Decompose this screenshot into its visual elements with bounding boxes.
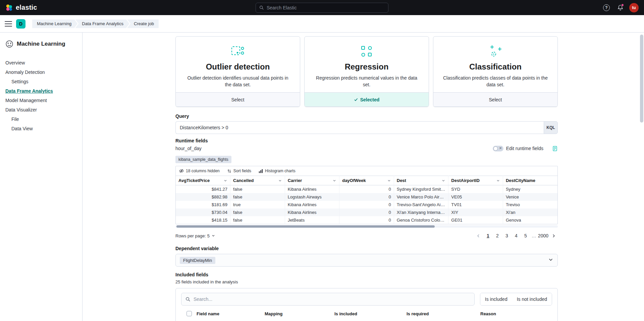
sidebar-header: Machine Learning xyxy=(0,37,82,51)
preview-table: AvgTicketPrice Cancelled Carrier xyxy=(176,176,557,224)
chevron-down-icon xyxy=(211,234,215,238)
sidebar-item-data-view[interactable]: Data View xyxy=(0,124,82,133)
column-header-dayofweek[interactable]: dayOfWeek xyxy=(339,176,394,185)
column-header-carrier[interactable]: Carrier xyxy=(285,176,339,185)
grid-cell: 0 xyxy=(339,216,394,224)
filter-is-included-button[interactable]: Is included xyxy=(480,293,512,305)
query-input[interactable] xyxy=(175,121,544,134)
fields-column-is-required: Is required xyxy=(407,311,480,316)
main-panel: Outlier detection Outlier detection iden… xyxy=(83,33,644,321)
check-icon xyxy=(354,97,358,102)
grid-cell: GE01 xyxy=(448,216,503,224)
vertical-scrollbar-thumb[interactable] xyxy=(640,35,643,123)
fields-table-header: Field name Mapping Is included Is requir… xyxy=(181,311,552,316)
classification-icon xyxy=(442,43,549,59)
sidebar-item-file[interactable]: File xyxy=(0,114,82,124)
card-body: Classification Classification predicts c… xyxy=(433,37,557,92)
breadcrumb-create-job[interactable]: Create job xyxy=(127,19,159,28)
fields-search[interactable] xyxy=(181,293,475,306)
notification-dot xyxy=(621,4,624,6)
query-label: Query xyxy=(175,113,558,119)
grid-cell: TV01 xyxy=(448,201,503,209)
grid-cell: $181.69 xyxy=(176,201,230,209)
previous-page-button[interactable] xyxy=(474,231,483,240)
column-header-avgticketprice[interactable]: AvgTicketPrice xyxy=(176,176,230,185)
filter-is-not-included-button[interactable]: Is not included xyxy=(512,293,552,305)
column-header-destairportid[interactable]: DestAirportID xyxy=(448,176,503,185)
sidebar-item-data-visualizer[interactable]: Data Visualizer xyxy=(0,105,82,114)
header-actions: ? tu xyxy=(602,3,639,12)
sidebar-item-data-frame-analytics[interactable]: Data Frame Analytics xyxy=(0,86,82,96)
columns-hidden-button[interactable]: 18 columns hidden xyxy=(179,169,220,173)
card-classification[interactable]: Classification Classification predicts c… xyxy=(433,36,558,107)
user-avatar[interactable]: tu xyxy=(629,3,639,12)
fields-column-reason: Reason xyxy=(480,311,552,316)
machine-learning-app-icon xyxy=(5,40,13,48)
grid-cell: XIY xyxy=(448,209,503,216)
page-button-2[interactable]: 2 xyxy=(493,231,502,240)
select-all-checkbox[interactable] xyxy=(186,311,192,316)
page-button-5[interactable]: 5 xyxy=(521,231,530,240)
inspect-icon[interactable] xyxy=(552,146,558,151)
grid-cell: false xyxy=(230,216,285,224)
page-button-3[interactable]: 3 xyxy=(502,231,511,240)
grid-cell: VE05 xyxy=(448,193,503,201)
header-row: AvgTicketPrice Cancelled Carrier xyxy=(176,176,557,185)
column-label: DestCityName xyxy=(506,178,555,183)
card-regression[interactable]: Regression Regression predicts numerical… xyxy=(304,36,429,107)
sidebar-item-overview[interactable]: Overview xyxy=(0,58,82,67)
select-label: Select xyxy=(489,97,502,102)
space-badge[interactable]: D xyxy=(16,19,25,29)
regression-selected-button[interactable]: Selected xyxy=(305,92,429,106)
column-header-dest[interactable]: Dest xyxy=(394,176,448,185)
fields-column-is-included: Is included xyxy=(334,311,407,316)
logo-text: elastic xyxy=(16,4,37,11)
help-button[interactable]: ? xyxy=(602,3,611,12)
fields-filter-group: Is included Is not included xyxy=(480,293,552,306)
global-search-input[interactable] xyxy=(267,5,385,10)
rows-per-page-button[interactable]: Rows per page: 5 xyxy=(175,233,215,238)
card-title: Classification xyxy=(442,62,549,72)
menu-button[interactable] xyxy=(5,21,12,27)
chevron-down-icon xyxy=(223,179,227,183)
grid-cell: $418.15 xyxy=(176,216,230,224)
scrollbar-thumb[interactable] xyxy=(176,225,435,228)
search-icon xyxy=(259,5,264,10)
column-header-destcityname[interactable]: DestCityName xyxy=(503,176,557,185)
edit-runtime-fields-toggle[interactable]: ✕ xyxy=(493,146,503,151)
grid-toolbar: 18 columns hidden Sort fields xyxy=(176,166,557,176)
eye-closed-icon xyxy=(179,169,184,173)
column-header-cancelled[interactable]: Cancelled xyxy=(230,176,285,185)
horizontal-scrollbar xyxy=(175,225,558,228)
card-outlier-detection[interactable]: Outlier detection Outlier detection iden… xyxy=(175,36,300,107)
elastic-logo[interactable]: elastic xyxy=(5,4,37,11)
next-page-button[interactable] xyxy=(549,231,558,240)
dependent-variable-select[interactable]: FlightDelayMin xyxy=(175,254,558,267)
histogram-charts-button[interactable]: Histogram charts xyxy=(259,169,296,173)
fields-column-field-name: Field name xyxy=(197,311,265,316)
breadcrumb-machine-learning[interactable]: Machine Learning xyxy=(32,19,77,28)
kql-language-button[interactable]: KQL xyxy=(544,121,558,134)
global-search[interactable] xyxy=(256,3,388,13)
fields-search-input[interactable] xyxy=(194,296,470,302)
table-row: $418.15 false JetBeats 0 Genoa Cristofor… xyxy=(176,216,557,224)
included-fields-panel: Is included Is not included Field name M… xyxy=(175,288,558,321)
column-label: dayOfWeek xyxy=(342,178,387,183)
select-classification-button[interactable]: Select xyxy=(433,92,557,106)
sidebar-item-settings[interactable]: Settings xyxy=(0,77,82,86)
histogram-icon xyxy=(259,169,263,173)
sort-fields-button[interactable]: Sort fields xyxy=(227,169,251,173)
grid-cell: Genova xyxy=(503,216,557,224)
page-button-1[interactable]: 1 xyxy=(484,231,492,240)
grid-cell: true xyxy=(230,201,285,209)
select-outlier-detection-button[interactable]: Select xyxy=(176,92,300,106)
notifications-button[interactable] xyxy=(615,3,625,12)
grid-cell: Sydney xyxy=(503,185,557,193)
page-button-4[interactable]: 4 xyxy=(512,231,521,240)
page-button-last[interactable]: 2000 xyxy=(538,231,548,240)
grid-cell: Kibana Airlines xyxy=(285,185,339,193)
breadcrumb-data-frame-analytics[interactable]: Data Frame Analytics xyxy=(75,19,129,28)
sidebar-item-model-management[interactable]: Model Management xyxy=(0,96,82,105)
grid-cell: false xyxy=(230,193,285,201)
sidebar-item-anomaly-detection[interactable]: Anomaly Detection xyxy=(0,67,82,77)
